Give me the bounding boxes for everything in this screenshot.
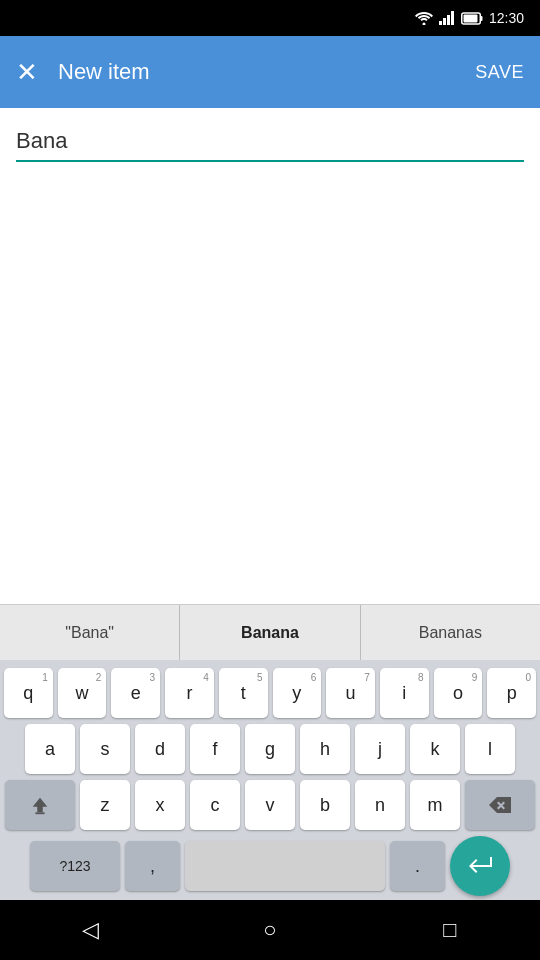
app-bar: ✕ New item SAVE bbox=[0, 36, 540, 108]
status-bar: 12:30 bbox=[0, 0, 540, 36]
key-v[interactable]: v bbox=[245, 780, 295, 830]
autocomplete-item-0[interactable]: "Bana" bbox=[0, 605, 180, 660]
key-g[interactable]: g bbox=[245, 724, 295, 774]
recents-button[interactable]: □ bbox=[420, 900, 480, 960]
key-h[interactable]: h bbox=[300, 724, 350, 774]
autocomplete-item-1[interactable]: Banana bbox=[180, 605, 360, 660]
keyboard-row-1: 1q 2w 3e 4r 5t 6y 7u 8i 9o 0p bbox=[4, 668, 536, 718]
key-y[interactable]: 6y bbox=[273, 668, 322, 718]
key-s[interactable]: s bbox=[80, 724, 130, 774]
status-icons: 12:30 bbox=[415, 10, 524, 26]
keyboard-row-4: ?123 , . bbox=[4, 836, 536, 896]
key-i[interactable]: 8i bbox=[380, 668, 429, 718]
status-time: 12:30 bbox=[489, 10, 524, 26]
close-button[interactable]: ✕ bbox=[16, 59, 38, 85]
battery-icon bbox=[461, 12, 483, 25]
autocomplete-bar: "Bana" Banana Bananas bbox=[0, 604, 540, 660]
svg-rect-1 bbox=[439, 21, 442, 25]
key-b[interactable]: b bbox=[300, 780, 350, 830]
enter-key[interactable] bbox=[450, 836, 510, 896]
svg-rect-3 bbox=[447, 15, 450, 25]
home-button[interactable]: ○ bbox=[240, 900, 300, 960]
wifi-icon bbox=[415, 11, 433, 25]
back-button[interactable]: ◁ bbox=[60, 900, 120, 960]
key-z[interactable]: z bbox=[80, 780, 130, 830]
keyboard-row-3: z x c v b n m bbox=[4, 780, 536, 830]
key-a[interactable]: a bbox=[25, 724, 75, 774]
signal-icon bbox=[439, 11, 455, 25]
period-key[interactable]: . bbox=[390, 841, 445, 891]
nav-bar: ◁ ○ □ bbox=[0, 900, 540, 960]
enter-icon bbox=[466, 855, 494, 877]
key-e[interactable]: 3e bbox=[111, 668, 160, 718]
numbers-key[interactable]: ?123 bbox=[30, 841, 120, 891]
input-wrapper bbox=[16, 128, 524, 162]
shift-icon bbox=[29, 794, 51, 816]
svg-rect-4 bbox=[451, 11, 454, 25]
keyboard-row-2: a s d f g h j k l bbox=[4, 724, 536, 774]
svg-point-0 bbox=[422, 23, 425, 26]
key-q[interactable]: 1q bbox=[4, 668, 53, 718]
key-l[interactable]: l bbox=[465, 724, 515, 774]
key-p[interactable]: 0p bbox=[487, 668, 536, 718]
key-f[interactable]: f bbox=[190, 724, 240, 774]
key-r[interactable]: 4r bbox=[165, 668, 214, 718]
key-m[interactable]: m bbox=[410, 780, 460, 830]
key-k[interactable]: k bbox=[410, 724, 460, 774]
key-t[interactable]: 5t bbox=[219, 668, 268, 718]
svg-rect-6 bbox=[480, 16, 482, 21]
key-n[interactable]: n bbox=[355, 780, 405, 830]
comma-key[interactable]: , bbox=[125, 841, 180, 891]
key-j[interactable]: j bbox=[355, 724, 405, 774]
space-key[interactable] bbox=[185, 841, 385, 891]
key-o[interactable]: 9o bbox=[434, 668, 483, 718]
autocomplete-item-2[interactable]: Bananas bbox=[361, 605, 540, 660]
keyboard: 1q 2w 3e 4r 5t 6y 7u 8i 9o 0p a s d f g … bbox=[0, 660, 540, 900]
svg-rect-2 bbox=[443, 18, 446, 25]
backspace-icon bbox=[487, 795, 513, 815]
content-area bbox=[0, 108, 540, 604]
key-w[interactable]: 2w bbox=[58, 668, 107, 718]
key-u[interactable]: 7u bbox=[326, 668, 375, 718]
save-button[interactable]: SAVE bbox=[475, 62, 524, 83]
page-title: New item bbox=[58, 59, 475, 85]
svg-rect-8 bbox=[35, 812, 44, 814]
shift-key[interactable] bbox=[5, 780, 75, 830]
key-x[interactable]: x bbox=[135, 780, 185, 830]
key-d[interactable]: d bbox=[135, 724, 185, 774]
backspace-key[interactable] bbox=[465, 780, 535, 830]
svg-rect-7 bbox=[463, 14, 477, 22]
item-name-input[interactable] bbox=[16, 128, 524, 162]
key-c[interactable]: c bbox=[190, 780, 240, 830]
